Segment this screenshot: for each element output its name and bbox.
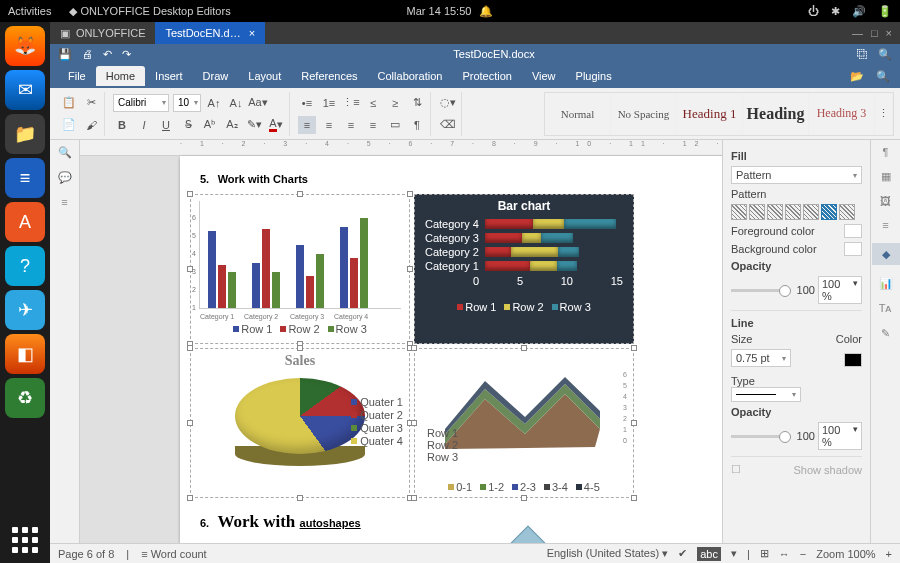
decrease-font-icon[interactable]: A↓ bbox=[227, 94, 245, 112]
indent-dec-icon[interactable]: ≤ bbox=[364, 94, 382, 112]
styles-gallery[interactable]: Normal No Spacing Heading 1 Heading Head… bbox=[544, 92, 894, 136]
dock-trash[interactable]: ♻ bbox=[5, 378, 45, 418]
horizontal-ruler[interactable]: · 1 · 2 · 3 · 4 · 5 · 6 · 7 · 8 · 9 · 10… bbox=[80, 140, 722, 156]
fit-page-icon[interactable]: ⊞ bbox=[760, 547, 769, 560]
redo-icon[interactable]: ↷ bbox=[122, 48, 131, 61]
zoom-label[interactable]: Zoom 100% bbox=[816, 548, 875, 560]
image-settings-icon[interactable]: 🖼 bbox=[880, 195, 891, 207]
cut-icon[interactable]: ✂ bbox=[82, 94, 100, 112]
doc-language[interactable]: English (United States) ▾ bbox=[547, 547, 669, 560]
close-icon[interactable]: × bbox=[886, 27, 892, 39]
style-normal[interactable]: Normal bbox=[545, 93, 611, 135]
line-type-select[interactable] bbox=[731, 387, 801, 402]
word-count-button[interactable]: ≡ Word count bbox=[141, 548, 207, 560]
line-spacing-icon[interactable]: ⇅ bbox=[408, 94, 426, 112]
font-color-icon[interactable]: A▾ bbox=[267, 116, 285, 134]
style-heading2[interactable]: Heading bbox=[743, 93, 809, 135]
fg-color-picker[interactable] bbox=[844, 224, 862, 238]
copy-icon[interactable]: 📋 bbox=[60, 94, 78, 112]
menu-plugins[interactable]: Plugins bbox=[566, 66, 622, 86]
fill-type-select[interactable]: Pattern bbox=[731, 166, 862, 184]
open-location-icon[interactable]: ⿻ bbox=[857, 48, 868, 61]
chart-stacked-bar[interactable]: Bar chart Category 4 Category 3 Category… bbox=[414, 194, 634, 344]
multilevel-icon[interactable]: ⋮≡ bbox=[342, 94, 360, 112]
sound-icon[interactable]: 🔊 bbox=[852, 5, 866, 18]
shading-icon[interactable]: ◌▾ bbox=[439, 94, 457, 112]
textart-settings-icon[interactable]: Tᴀ bbox=[879, 302, 893, 315]
format-painter-icon[interactable]: 🖌 bbox=[82, 116, 100, 134]
align-center-icon[interactable]: ≡ bbox=[320, 116, 338, 134]
dock-firefox[interactable]: 🦊 bbox=[5, 26, 45, 66]
menu-references[interactable]: References bbox=[291, 66, 367, 86]
dock-files[interactable]: 📁 bbox=[5, 114, 45, 154]
maximize-icon[interactable]: □ bbox=[871, 27, 878, 39]
style-heading1[interactable]: Heading 1 bbox=[677, 93, 743, 135]
signature-settings-icon[interactable]: ✎ bbox=[881, 327, 890, 340]
dock-thunderbird[interactable]: ✉ bbox=[5, 70, 45, 110]
indent-inc-icon[interactable]: ≥ bbox=[386, 94, 404, 112]
nonprinting-icon[interactable]: ¶ bbox=[408, 116, 426, 134]
undo-icon[interactable]: ↶ bbox=[103, 48, 112, 61]
save-icon[interactable]: 💾 bbox=[58, 48, 72, 61]
track-changes-icon[interactable]: abc bbox=[697, 547, 721, 561]
track-more-icon[interactable]: ▾ bbox=[731, 547, 737, 560]
bold-button[interactable]: B bbox=[113, 116, 131, 134]
change-case-icon[interactable]: Aa▾ bbox=[249, 94, 267, 112]
dock-onlyoffice[interactable]: ◧ bbox=[5, 334, 45, 374]
print-icon[interactable]: 🖨 bbox=[82, 48, 93, 61]
clock[interactable]: Mar 14 15:50 bbox=[407, 5, 472, 17]
clear-style-icon[interactable]: ⌫ bbox=[439, 116, 457, 134]
tab-home[interactable]: ▣ ONLYOFFICE bbox=[50, 22, 155, 44]
pattern-picker[interactable] bbox=[731, 204, 862, 220]
align-justify-icon[interactable]: ≡ bbox=[364, 116, 382, 134]
tab-document[interactable]: TestDocEN.d…× bbox=[155, 22, 265, 44]
minimize-icon[interactable]: — bbox=[852, 27, 863, 39]
line-color-picker[interactable] bbox=[844, 353, 862, 367]
fit-width-icon[interactable]: ↔ bbox=[779, 548, 790, 560]
italic-button[interactable]: I bbox=[135, 116, 153, 134]
a11y-icon[interactable]: ✱ bbox=[831, 5, 840, 18]
menu-draw[interactable]: Draw bbox=[193, 66, 239, 86]
fill-opacity-slider[interactable] bbox=[731, 289, 791, 292]
bg-color-picker[interactable] bbox=[844, 242, 862, 256]
notification-icon[interactable]: 🔔 bbox=[479, 5, 493, 18]
network-icon[interactable]: ⏻ bbox=[808, 5, 819, 17]
chart-settings-icon[interactable]: 📊 bbox=[879, 277, 893, 290]
table-settings-icon[interactable]: ▦ bbox=[881, 170, 891, 183]
menu-layout[interactable]: Layout bbox=[238, 66, 291, 86]
shape-settings-icon[interactable]: ◆ bbox=[872, 243, 900, 265]
dock-help[interactable]: ? bbox=[5, 246, 45, 286]
find-icon[interactable]: 🔍 bbox=[876, 70, 890, 83]
open-file-location-icon[interactable]: 📂 bbox=[850, 70, 864, 83]
style-heading3[interactable]: Heading 3 bbox=[809, 93, 875, 135]
menu-insert[interactable]: Insert bbox=[145, 66, 193, 86]
menu-collaboration[interactable]: Collaboration bbox=[368, 66, 453, 86]
activities-button[interactable]: Activities bbox=[8, 5, 51, 17]
menu-file[interactable]: File bbox=[58, 66, 96, 86]
font-size-select[interactable]: 10 bbox=[173, 94, 201, 112]
show-shadow-checkbox[interactable]: ☐ bbox=[731, 463, 741, 476]
merge-icon[interactable]: ▭ bbox=[386, 116, 404, 134]
align-left-icon[interactable]: ≡ bbox=[298, 116, 316, 134]
increase-font-icon[interactable]: A↑ bbox=[205, 94, 223, 112]
chart-pie-3d[interactable]: Sales Quater 1 Quater 2 Quater 3 Quater … bbox=[190, 348, 410, 498]
chart-clustered-column[interactable]: 123456 Category 1 Category 2 Category bbox=[190, 194, 410, 344]
close-tab-icon[interactable]: × bbox=[249, 27, 255, 39]
navigation-icon[interactable]: ≡ bbox=[61, 196, 67, 208]
zoom-out-icon[interactable]: − bbox=[800, 548, 806, 560]
active-app-label[interactable]: ◆ ONLYOFFICE Desktop Editors bbox=[69, 5, 230, 18]
menu-protection[interactable]: Protection bbox=[452, 66, 522, 86]
paste-icon[interactable]: 📄 bbox=[60, 116, 78, 134]
zoom-in-icon[interactable]: + bbox=[886, 548, 892, 560]
style-nospacing[interactable]: No Spacing bbox=[611, 93, 677, 135]
highlight-color-icon[interactable]: ✎▾ bbox=[245, 116, 263, 134]
page-indicator[interactable]: Page 6 of 8 bbox=[58, 548, 114, 560]
align-right-icon[interactable]: ≡ bbox=[342, 116, 360, 134]
bullets-icon[interactable]: •≡ bbox=[298, 94, 316, 112]
dock-onlyoffice-docs[interactable]: ≡ bbox=[5, 158, 45, 198]
dock-ubuntu-software[interactable]: A bbox=[5, 202, 45, 242]
power-icon[interactable]: 🔋 bbox=[878, 5, 892, 18]
underline-button[interactable]: U bbox=[157, 116, 175, 134]
search-icon[interactable]: 🔍 bbox=[878, 48, 892, 61]
menu-view[interactable]: View bbox=[522, 66, 566, 86]
